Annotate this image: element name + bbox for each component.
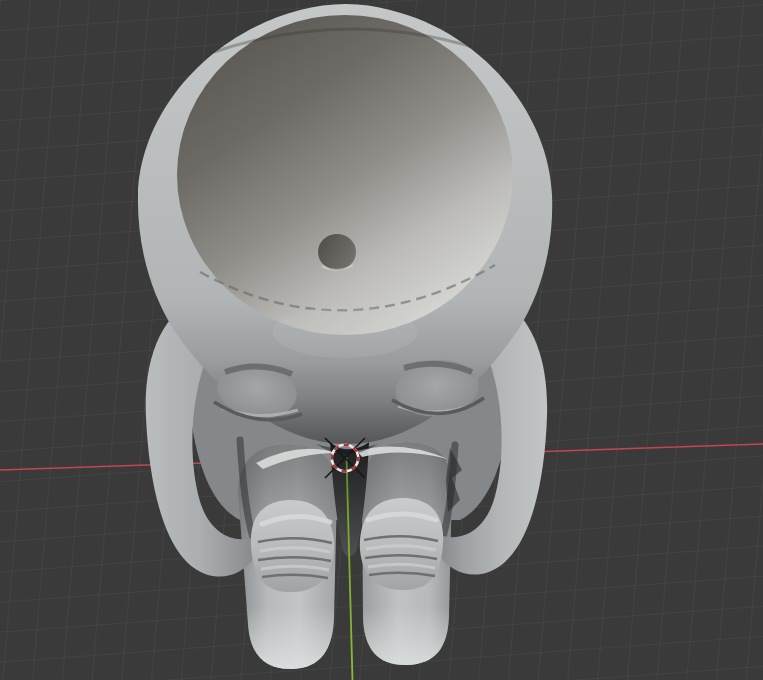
model-bowl-interior [177,15,513,335]
model-drainage-hole [318,234,356,270]
model-face-sheen [273,306,417,358]
viewport-3d[interactable] [0,0,763,680]
3d-cursor[interactable] [325,438,365,478]
viewport-canvas[interactable] [0,0,763,680]
model-left-hand [251,500,334,592]
